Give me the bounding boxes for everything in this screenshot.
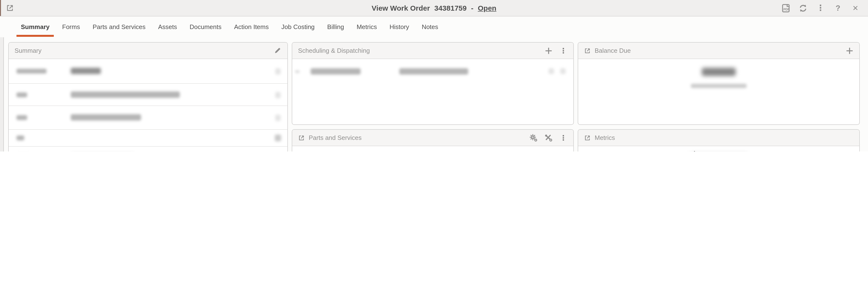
- external-link-icon[interactable]: [584, 47, 591, 54]
- more-options-kebab-icon[interactable]: ⋮: [816, 4, 825, 12]
- tab-assets[interactable]: Assets: [152, 16, 183, 37]
- tab-job-costing[interactable]: Job Costing: [275, 16, 321, 37]
- title-bar-actions: PDF ⋮ ? ✕: [781, 0, 860, 16]
- external-link-icon[interactable]: [298, 134, 305, 141]
- summary-row: [9, 83, 287, 106]
- edit-pencil-icon[interactable]: [273, 46, 282, 55]
- metrics-panel-header: Metrics: [578, 130, 859, 146]
- summary-row: [9, 59, 287, 83]
- scheduling-panel: Scheduling & Dispatching ⋮: [292, 42, 574, 125]
- pdf-export-icon[interactable]: PDF: [781, 4, 790, 12]
- redacted-technician: [399, 68, 468, 74]
- redacted-appointment-time: [311, 68, 361, 74]
- summary-panel-header: Summary: [9, 43, 287, 59]
- lock-icon: [275, 68, 281, 74]
- add-payment-plus-icon[interactable]: [845, 46, 854, 55]
- balance-due-panel-title: Balance Due: [595, 47, 631, 54]
- lock-icon: [275, 92, 281, 98]
- add-appointment-plus-icon[interactable]: [544, 46, 553, 55]
- redacted-field-label: [17, 115, 27, 120]
- scheduling-kebab-icon[interactable]: ⋮: [559, 46, 567, 55]
- lock-icon: [275, 115, 281, 121]
- chevron-up-icon: [549, 68, 554, 74]
- work-order-tabbar: Summary Forms Parts and Services Assets …: [0, 16, 868, 37]
- title-separator: -: [471, 4, 473, 12]
- tab-summary[interactable]: Summary: [14, 16, 56, 37]
- scheduling-panel-title: Scheduling & Dispatching: [298, 47, 370, 54]
- metrics-panel: Metrics: [578, 129, 860, 152]
- summary-row: [9, 129, 287, 147]
- left-gutter-strip: [0, 37, 4, 152]
- summary-panel: Summary: [8, 42, 288, 152]
- help-icon[interactable]: ?: [834, 4, 842, 12]
- add-part-gear-icon[interactable]: [529, 134, 537, 142]
- summary-row: [9, 146, 287, 152]
- status-open-link[interactable]: Open: [478, 4, 497, 12]
- parts-services-panel-header: Parts and Services: [292, 130, 574, 146]
- parts-services-panel: Parts and Services: [292, 129, 574, 152]
- tab-forms[interactable]: Forms: [56, 16, 87, 37]
- redacted-field-value: [71, 114, 141, 121]
- redacted-field-label: [17, 136, 24, 140]
- parts-services-panel-title: Parts and Services: [309, 134, 362, 141]
- redacted-balance-subtext: [691, 84, 747, 88]
- tab-parts-and-services[interactable]: Parts and Services: [86, 16, 152, 37]
- modal-title-bar: View Work Order 34381759 - Open PDF: [0, 0, 868, 16]
- tab-billing[interactable]: Billing: [321, 16, 350, 37]
- cursor-dot: [694, 151, 695, 152]
- redacted-field-value: [71, 92, 180, 98]
- redacted-balance-amount: [702, 68, 736, 76]
- view-work-order-modal: View Work Order 34381759 - Open PDF: [0, 0, 868, 152]
- summary-row: [9, 105, 287, 130]
- add-service-tools-icon[interactable]: [544, 134, 553, 142]
- page-title: View Work Order 34381759 - Open: [372, 0, 497, 16]
- tab-notes[interactable]: Notes: [415, 16, 444, 37]
- tab-documents[interactable]: Documents: [183, 16, 228, 37]
- balance-due-panel: Balance Due: [578, 42, 860, 125]
- refresh-icon[interactable]: [799, 4, 807, 12]
- lock-icon: [275, 135, 281, 141]
- pdf-label: PDF: [783, 7, 789, 11]
- redacted-dash: [295, 71, 300, 73]
- tab-metrics[interactable]: Metrics: [350, 16, 383, 37]
- appointment-row[interactable]: [292, 59, 574, 86]
- balance-due-panel-header: Balance Due: [578, 43, 859, 59]
- summary-panel-title: Summary: [14, 47, 41, 54]
- chevron-down-icon: [560, 68, 565, 74]
- work-order-number: 34381759: [434, 4, 467, 12]
- tab-action-items[interactable]: Action Items: [228, 16, 275, 37]
- open-in-new-window-icon[interactable]: [6, 4, 14, 12]
- redacted-field-value: [71, 68, 101, 74]
- close-icon[interactable]: ✕: [851, 4, 860, 12]
- window-edge-sliver: [0, 0, 1, 16]
- metrics-panel-title: Metrics: [595, 134, 615, 141]
- tab-history[interactable]: History: [383, 16, 415, 37]
- title-prefix: View Work Order: [372, 4, 430, 12]
- redacted-field-label: [17, 69, 46, 74]
- scheduling-panel-header: Scheduling & Dispatching ⋮: [292, 43, 574, 59]
- redacted-field-label: [17, 93, 27, 97]
- external-link-icon[interactable]: [584, 134, 591, 141]
- parts-services-kebab-icon[interactable]: ⋮: [559, 134, 567, 142]
